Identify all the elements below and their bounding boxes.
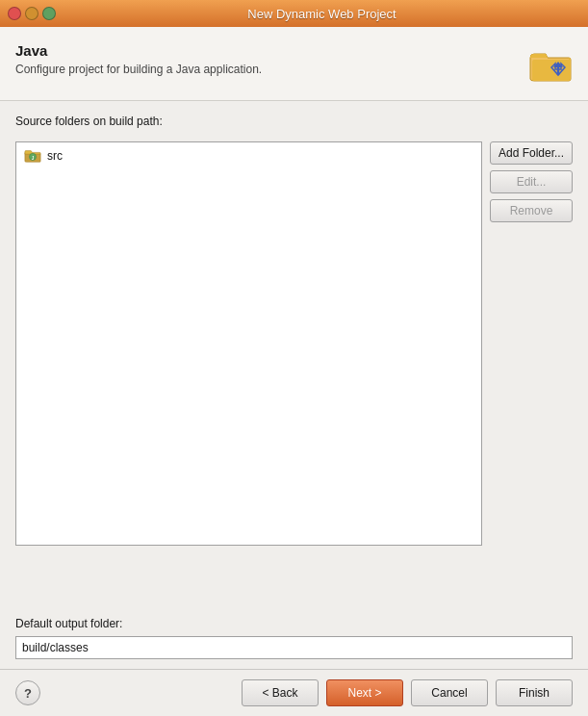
close-button[interactable] [8,7,21,20]
footer-buttons: < Back Next > Cancel Finish [242,679,573,706]
back-button[interactable]: < Back [242,679,319,706]
side-buttons: Add Folder... Edit... Remove [490,141,573,607]
header-section: Java Configure project for building a Ja… [0,27,588,101]
output-folder-input[interactable] [15,636,573,659]
java-folder-icon: J [24,148,41,164]
title-bar: New Dynamic Web Project [0,0,588,27]
add-folder-button[interactable]: Add Folder... [490,141,573,165]
header-text: Java Configure project for building a Ja… [15,42,262,76]
main-content: Java Configure project for building a Ja… [0,27,588,716]
output-folder-label: Default output folder: [15,617,573,630]
next-button[interactable]: Next > [326,679,403,706]
page-description: Configure project for building a Java ap… [15,63,262,76]
window-title: New Dynamic Web Project [64,7,580,21]
window-controls[interactable] [8,7,56,20]
edit-button[interactable]: Edit... [490,170,573,193]
help-button[interactable]: ? [15,680,40,705]
src-item-label: src [47,149,63,163]
minimize-button[interactable] [25,7,38,20]
remove-button[interactable]: Remove [490,199,573,222]
cancel-button[interactable]: Cancel [411,679,488,706]
header-icon [526,42,573,89]
finish-button[interactable]: Finish [496,679,573,706]
page-title: Java [15,42,262,59]
body-section: Source folders on build path: J src [0,101,588,617]
footer: ? < Back Next > Cancel Finish [0,670,588,716]
source-list-box[interactable]: J src [15,141,482,546]
source-folders-row: J src Add Folder... Edit... Remove [15,141,573,607]
list-item: J src [20,146,477,166]
maximize-button[interactable] [42,7,56,20]
output-section: Default output folder: [0,617,588,669]
source-folders-label: Source folders on build path: [15,115,573,128]
